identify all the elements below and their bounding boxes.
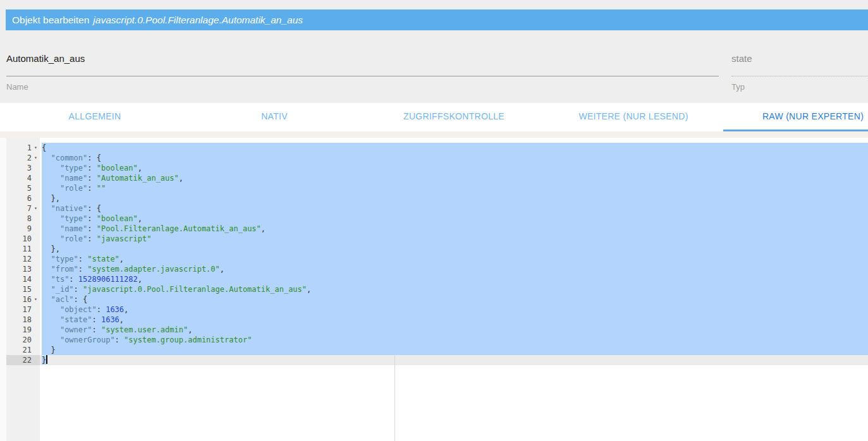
code-token: , (138, 275, 142, 284)
code-token: , (261, 224, 266, 233)
gutter-line: 8 (6, 214, 40, 224)
fold-arrow-icon[interactable]: ▾ (32, 153, 40, 163)
code-token (42, 315, 60, 324)
gutter-line: 21 (6, 345, 40, 355)
code-line[interactable]: { (42, 143, 868, 153)
code-token: "" (97, 184, 106, 193)
code-token: "system.group.administrator" (124, 335, 252, 344)
line-number: 17 (6, 305, 32, 315)
code-token: "object" (60, 305, 97, 314)
gutter-line: 3 (6, 163, 40, 173)
code-line[interactable]: "role": "javascript" (42, 234, 868, 244)
line-number: 7 (6, 203, 32, 214)
code-token: : (115, 335, 124, 344)
code-token (42, 234, 60, 243)
text-cursor (46, 355, 47, 364)
code-token (42, 214, 60, 223)
code-token: "owner" (60, 325, 92, 334)
code-token (42, 184, 60, 193)
code-token: "acl" (51, 295, 73, 304)
code-token: : (92, 315, 101, 324)
code-token: , (307, 285, 311, 294)
code-token (42, 325, 60, 334)
code-line[interactable]: "ownerGroup": "system.group.administrato… (42, 335, 868, 345)
fold-arrow-icon[interactable]: ▾ (32, 143, 40, 153)
name-input[interactable]: Automatik_an_aus (6, 53, 85, 64)
code-token: : (87, 164, 96, 172)
code-token: "name" (60, 224, 87, 233)
gutter-line: 12 (6, 254, 40, 264)
gutter-line: 5 (6, 183, 40, 193)
code-line[interactable]: "type": "boolean", (42, 214, 868, 224)
code-line[interactable]: "state": 1636, (42, 315, 868, 325)
code-line[interactable]: "role": "" (42, 183, 868, 193)
code-token: : (97, 305, 106, 314)
gutter-line: 14 (6, 274, 40, 284)
code-token: , (188, 325, 192, 334)
code-line[interactable]: "name": "Automatik_an_aus", (42, 173, 868, 183)
fold-arrow-icon[interactable]: ▾ (32, 203, 40, 214)
code-token: }, (42, 245, 60, 253)
code-token: "from" (51, 265, 78, 274)
code-line[interactable]: "ts": 1528906111282, (42, 274, 868, 284)
code-line[interactable]: }, (42, 244, 868, 254)
code-line[interactable]: "native": { (42, 203, 868, 214)
code-line[interactable]: } (42, 345, 868, 355)
tab-nativ[interactable]: NATIV (185, 103, 364, 131)
name-input-underline (6, 76, 719, 76)
code-token (42, 224, 60, 233)
json-editor[interactable]: 1▾2▾34567▾8910111213141516▾171819202122 … (0, 138, 868, 441)
code-line[interactable]: } (40, 355, 868, 365)
code-token: "system.adapter.javascript.0" (87, 265, 220, 274)
code-token: : { (74, 295, 88, 304)
tab-allgemein[interactable]: ALLGEMEIN (5, 103, 185, 131)
code-line[interactable]: "name": "Pool.Filteranlage.Automatik_an_… (42, 224, 868, 234)
gutter-line: 9 (6, 224, 40, 234)
code-line[interactable]: "from": "system.adapter.javascript.0", (42, 264, 868, 274)
line-number: 12 (6, 254, 32, 264)
code-token: , (138, 164, 142, 172)
line-number: 3 (6, 163, 32, 173)
code-token: }, (42, 194, 60, 203)
line-number: 16 (6, 294, 32, 305)
type-input: state (731, 53, 752, 64)
code-token (42, 154, 51, 162)
code-token (42, 335, 60, 344)
editor-left-margin (0, 138, 6, 441)
gutter-line: 17 (6, 305, 40, 315)
code-token: 1636 (106, 305, 124, 314)
tab-raw[interactable]: RAW (NUR EXPERTEN) (723, 103, 868, 131)
code-token (42, 305, 60, 314)
gutter-line: 20 (6, 335, 40, 345)
line-number: 2 (6, 153, 32, 163)
type-field-label: Typ (731, 82, 745, 92)
gutter-line: 1▾ (6, 143, 40, 153)
gutter-line: 4 (6, 173, 40, 183)
gutter-line: 18 (6, 315, 40, 325)
code-token: "boolean" (97, 164, 138, 172)
code-token: : (87, 224, 96, 233)
code-line[interactable]: "common": { (42, 153, 868, 163)
code-line[interactable]: "acl": { (42, 294, 868, 305)
code-line[interactable]: }, (42, 193, 868, 203)
code-token: "native" (51, 204, 87, 213)
line-number: 19 (6, 325, 32, 335)
code-line[interactable]: "object": 1636, (42, 305, 868, 315)
tab-zugriffskontrolle[interactable]: ZUGRIFFSKONTROLLE (364, 103, 544, 131)
code-line[interactable]: "type": "state", (42, 254, 868, 264)
selected-text-chip: } (42, 356, 46, 365)
tab-weitere[interactable]: WEITERE (NUR LESEND) (544, 103, 723, 131)
code-line[interactable]: "_id": "javascript.0.Pool.Filteranlage.A… (42, 284, 868, 294)
fold-arrow-icon[interactable]: ▾ (32, 294, 40, 305)
code-token: : (87, 214, 96, 223)
line-number: 15 (6, 284, 32, 294)
line-number: 11 (6, 244, 32, 254)
code-line[interactable]: "owner": "system.user.admin", (42, 325, 868, 335)
line-number: 4 (6, 173, 32, 183)
line-number: 1 (6, 143, 32, 153)
line-number: 20 (6, 335, 32, 345)
object-id: javascript.0.Pool.Filteranlage.Automatik… (93, 15, 303, 26)
code-line[interactable]: "type": "boolean", (42, 163, 868, 173)
editor-code-area[interactable]: { "common": { "type": "boolean", "name":… (40, 138, 868, 441)
line-number: 5 (6, 183, 32, 193)
